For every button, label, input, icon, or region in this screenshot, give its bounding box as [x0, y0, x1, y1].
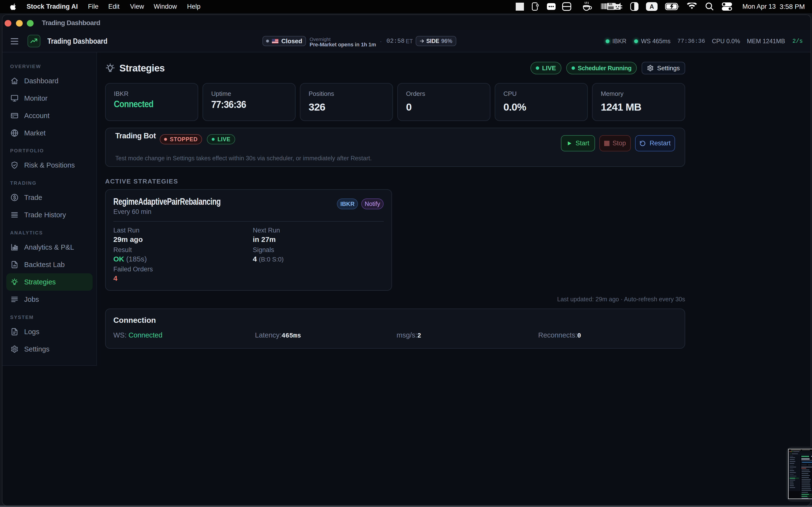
svg-text:A: A	[650, 3, 654, 10]
